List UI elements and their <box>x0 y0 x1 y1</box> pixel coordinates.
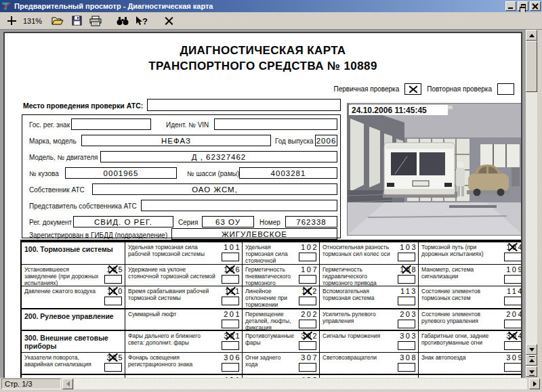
chassis-label: № шасси (рамы) <box>187 170 239 177</box>
item-code: 203 <box>400 310 417 318</box>
diagnostic-table: 100. Тормозные системыУдельная тормозная… <box>20 240 522 378</box>
table-cell: Огни заднего хода307 <box>242 353 319 374</box>
next-page-button[interactable] <box>526 366 537 377</box>
item-code: 110 <box>107 287 124 295</box>
context-help-button[interactable]: ? <box>134 14 149 28</box>
number-label: Номер <box>259 219 280 226</box>
item-code: 101 <box>224 243 241 251</box>
registered-label: Зарегистрирован в ГИБДД (подразделение) <box>29 232 167 239</box>
arrow-left-icon <box>66 381 70 387</box>
scroll-down-button[interactable] <box>526 344 537 355</box>
gos-reg-label: Гос. рег. знак <box>29 121 70 129</box>
primary-check-box <box>404 83 421 95</box>
table-cell: Герметичность пневматического тормозного… <box>242 265 319 286</box>
result-box <box>299 275 316 284</box>
svg-text:?: ? <box>142 16 148 26</box>
zoom-level: 131% <box>23 17 42 25</box>
table-cell: Состояние элементов тормозных систем114 <box>418 286 522 308</box>
toolbar: 131% <box>0 12 542 30</box>
scroll-up-button[interactable] <box>526 30 537 41</box>
find-button[interactable] <box>115 14 130 28</box>
result-box <box>222 297 239 305</box>
result-box <box>398 297 415 305</box>
zoom-mode-button[interactable] <box>4 14 19 28</box>
scroll-left-button[interactable] <box>62 378 73 389</box>
crossed-out-x-icon <box>507 331 518 341</box>
print-button[interactable] <box>88 14 103 28</box>
page-indicator: Стр. 1/3 <box>1 378 61 389</box>
registered-value: ЖИГУЛЕВСКОЕ <box>171 228 337 240</box>
item-code: 204 <box>506 310 522 318</box>
vertical-scrollbar-thumb[interactable] <box>526 41 537 92</box>
minimize-button[interactable] <box>505 1 516 11</box>
inspection-photo-image: 24.10.2006 11:45:45 <box>348 104 522 235</box>
app-icon <box>1 1 12 11</box>
item-code: 103 <box>400 243 417 251</box>
year-label: Год выпуска <box>275 137 314 145</box>
result-box <box>104 297 122 305</box>
table-cell: Герметичность гидравлического тормозного… <box>319 265 418 286</box>
item-label: 100. Тормозные системы <box>24 244 123 253</box>
close-icon <box>533 3 539 9</box>
reg-document-value: СВИД. О РЕГ. <box>73 216 173 227</box>
table-cell: Противотуманные фары302 <box>242 331 319 352</box>
result-box <box>398 253 415 261</box>
result-box <box>504 320 522 328</box>
close-window-button[interactable] <box>530 1 541 11</box>
vertical-scrollbar[interactable] <box>526 30 537 378</box>
table-cell: Состояние элементов рулевого управления2… <box>418 309 522 330</box>
status-bar: Стр. 1/3 <box>0 378 542 390</box>
owner-value: ОАО ЖСМ, <box>92 183 337 195</box>
crossed-out-x-icon <box>225 265 235 274</box>
check-x-icon <box>409 85 417 93</box>
result-box <box>299 320 316 328</box>
result-box <box>299 363 316 372</box>
item-code: 105 <box>106 265 124 274</box>
previous-page-button[interactable] <box>526 355 537 366</box>
item-code: 302 <box>301 332 318 340</box>
result-box <box>504 363 522 372</box>
printer-icon <box>89 16 102 26</box>
result-box <box>504 297 522 305</box>
document-title-line1: ДИАГНОСТИЧЕСКАЯ КАРТА <box>5 43 521 58</box>
item-code: 113 <box>400 287 417 295</box>
page-up-icon <box>529 359 535 362</box>
chassis-value: 4003281 <box>239 167 337 179</box>
inspection-photo: 24.10.2006 11:45:45 <box>347 103 522 236</box>
result-box <box>299 253 316 261</box>
table-row: Установившееся замедление (при дорожных … <box>22 264 522 286</box>
result-box <box>398 275 415 284</box>
result-box <box>398 341 415 350</box>
series-label: Серия <box>178 219 198 226</box>
open-button[interactable] <box>50 14 65 28</box>
engine-label: Модель, № двигателя <box>29 154 98 161</box>
table-cell: Манометр, система сигнализации109 <box>418 265 522 286</box>
year-value: 2006 <box>315 135 337 146</box>
restore-button[interactable] <box>518 1 528 11</box>
table-cell: Указатели поворота, аварийная сигнализац… <box>22 353 125 374</box>
result-box <box>504 253 522 261</box>
preview-area: ДИАГНОСТИЧЕСКАЯ КАРТА ТРАНСПОРТНОГО СРЕД… <box>0 30 542 378</box>
item-code: 301 <box>224 332 241 340</box>
save-floppy-icon <box>72 16 82 26</box>
item-code: 309 <box>506 353 522 362</box>
table-section-header: 100. Тормозные системы <box>22 242 125 264</box>
arrow-up-icon <box>529 34 535 37</box>
close-preview-button[interactable] <box>161 14 176 28</box>
save-button[interactable] <box>69 14 84 28</box>
item-code: 202 <box>301 310 318 318</box>
binoculars-icon <box>117 16 129 26</box>
arrow-right-icon <box>533 381 537 387</box>
brand-value: НЕФАЗ <box>81 135 271 146</box>
crossed-out-x-icon <box>302 331 312 341</box>
scroll-right-button[interactable] <box>529 378 540 389</box>
result-box <box>222 363 239 372</box>
horizontal-scrollbar-track[interactable] <box>74 378 527 389</box>
item-code: 307 <box>301 353 318 362</box>
result-box <box>398 320 415 328</box>
item-code: 108 <box>400 265 417 274</box>
table-cell: Сигналы торможения303 <box>319 331 418 352</box>
table-cell: Давление сжатого воздуха110 <box>22 286 125 308</box>
table-cell: Суммарный люфт201 <box>125 309 242 330</box>
title-bar: Предварительный просмотр - Диагностическ… <box>0 0 542 12</box>
